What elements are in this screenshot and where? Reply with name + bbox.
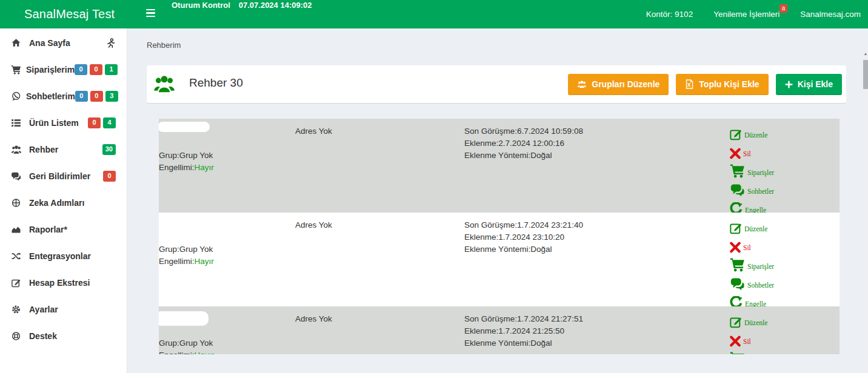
credit-counter: Kontör: 9102 xyxy=(646,10,693,19)
cart-icon xyxy=(729,163,746,178)
badge-red: 0 xyxy=(88,117,101,128)
contact-row: Grup:Grup Yok Engellimi:Hayır Adres Yok … xyxy=(159,119,840,213)
top-header: SanalMesaj Test Oturum Kontrol07.07.2024… xyxy=(0,0,868,28)
life-ring-icon xyxy=(11,331,24,341)
sidebar-item-sohbetlerim[interactable]: Sohbetlerim 0 0 3 xyxy=(0,83,127,110)
sidebar-item-ayarlar[interactable]: Ayarlar xyxy=(0,296,127,323)
sohbetler-action[interactable]: Sohbetler xyxy=(729,178,774,197)
badge-blue: 0 xyxy=(75,91,88,101)
badge-red: 0 xyxy=(90,91,103,101)
excel-file-icon xyxy=(685,79,694,89)
redacted-name xyxy=(159,122,210,132)
edit-icon xyxy=(729,315,743,328)
kisi-ekle-button[interactable]: Kişi Ekle xyxy=(776,74,842,95)
comments-icon xyxy=(11,171,24,181)
comments-icon xyxy=(729,183,746,197)
area-chart-icon xyxy=(11,225,24,234)
scrollbar-thumb[interactable] xyxy=(863,60,868,89)
renewal-badge: a xyxy=(780,4,788,13)
session-label: Oturum Kontrol xyxy=(172,1,230,10)
edit-icon xyxy=(11,278,24,288)
edit-icon xyxy=(729,128,743,140)
gruplari-duzenle-button[interactable]: Grupları Düzenle xyxy=(568,74,669,95)
sidebar-item-urun-listem[interactable]: Ürün Listem 0 4 xyxy=(0,110,127,136)
edit-icon xyxy=(729,222,743,234)
sidebar-item-siparislerim[interactable]: Siparişlerim 0 0 1 xyxy=(0,56,127,83)
badge-green: 1 xyxy=(105,64,118,74)
sidebar-item-rehber[interactable]: Rehber 30 xyxy=(0,136,127,163)
renewal-operations-link[interactable]: Yenileme İşlemleri a xyxy=(713,10,780,19)
sidebar-item-ana-sayfa[interactable]: Ana Sayfa xyxy=(0,30,127,56)
gear-icon xyxy=(11,305,24,314)
badge-green: 4 xyxy=(103,117,116,128)
siparisler-action[interactable]: Siparişler xyxy=(729,253,774,272)
address-cell: Adres Yok xyxy=(295,314,332,323)
rehber-card-header: Rehber 30 Grupları Düzenle Toplu Kişi Ek… xyxy=(147,65,846,103)
users-icon xyxy=(577,80,587,88)
address-cell: Adres Yok xyxy=(295,220,332,229)
cart-icon xyxy=(729,351,746,354)
badge-red: 0 xyxy=(90,64,102,74)
contact-table: Grup:Grup Yok Engellimi:Hayır Adres Yok … xyxy=(159,119,840,354)
contact-row: Grup:Grup Yok Engellimi:Hayır Adres Yok … xyxy=(159,213,840,306)
sidebar-item-destek[interactable]: Destek xyxy=(0,323,127,349)
sohbetler-action[interactable]: Sohbetler xyxy=(729,272,774,291)
redacted-name xyxy=(159,311,209,326)
sidebar-item-geri-bildirimler[interactable]: Geri Bildirimler 0 xyxy=(0,163,127,190)
users-group-icon xyxy=(153,74,175,94)
breadcrumb: Rehberim xyxy=(147,41,181,50)
delete-x-icon xyxy=(729,335,741,347)
whatsapp-icon xyxy=(11,91,21,101)
sidebar-item-raporlar[interactable]: Raporlar* xyxy=(0,216,127,243)
redacted-name xyxy=(159,216,210,226)
badge-green: 30 xyxy=(102,144,116,154)
globe-icon xyxy=(11,198,24,208)
running-person-icon xyxy=(104,38,116,48)
delete-x-icon xyxy=(729,148,741,159)
list-icon xyxy=(11,118,24,128)
sidebar-item-entegrasyonlar[interactable]: Entegrasyonlar xyxy=(0,243,127,269)
cart-icon xyxy=(11,65,21,74)
address-cell: Adres Yok xyxy=(295,127,332,136)
badge-green: 3 xyxy=(105,91,118,101)
sil-action[interactable]: Sil xyxy=(729,328,774,347)
scrollbar-track[interactable] xyxy=(863,48,868,373)
badge-red: 0 xyxy=(103,171,116,181)
home-icon xyxy=(11,38,24,48)
brand-title: SanalMesaj Test xyxy=(24,0,115,28)
comments-icon xyxy=(729,277,746,291)
shuffle-icon xyxy=(11,251,24,261)
duzenle-action[interactable]: Düzenle xyxy=(729,309,774,328)
sidebar-item-zeka-adimlari[interactable]: Zeka Adımları xyxy=(0,190,127,216)
session-datetime: 07.07.2024 14:09:02 xyxy=(239,1,312,10)
duzenle-action[interactable]: Düzenle xyxy=(729,216,774,234)
users-icon xyxy=(11,145,24,154)
badge-blue: 0 xyxy=(75,64,87,74)
hamburger-icon[interactable] xyxy=(146,9,156,18)
contact-row: Grup:Grup Yok Engellimi:Hayır Adres Yok … xyxy=(159,306,840,354)
plus-icon xyxy=(785,81,793,88)
duzenle-action[interactable]: Düzenle xyxy=(729,122,774,140)
cart-icon xyxy=(729,257,746,272)
siparisler-action[interactable]: Siparişler xyxy=(729,159,774,178)
scroll-up-icon[interactable]: ▲ xyxy=(863,51,868,57)
sil-action[interactable]: Sil xyxy=(729,234,774,253)
sil-action[interactable]: Sil xyxy=(729,140,774,159)
session-control: Oturum Kontrol07.07.2024 14:09:02 xyxy=(172,1,312,10)
sidebar-item-hesap-ekstresi[interactable]: Hesap Ekstresi xyxy=(0,269,127,296)
main-content: Rehberim Rehber 30 Grupları Düzenle Topl… xyxy=(127,28,868,373)
siparisler-action[interactable]: Siparişler xyxy=(729,347,774,354)
toplu-kisi-ekle-button[interactable]: Toplu Kişi Ekle xyxy=(676,74,768,95)
sidebar: Ana Sayfa Siparişlerim 0 0 1 Sohbetlerim… xyxy=(0,28,127,373)
delete-x-icon xyxy=(729,242,741,253)
site-link[interactable]: Sanalmesaj.com xyxy=(800,10,861,19)
page-title: Rehber 30 xyxy=(189,76,243,90)
